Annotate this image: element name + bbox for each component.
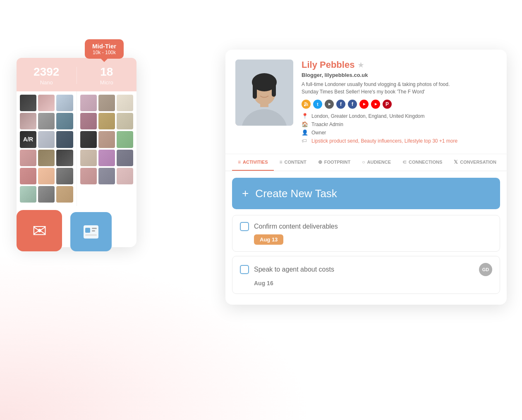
- grid-col-left: A/R: [17, 91, 77, 206]
- admin-row: 🏠 Traackr Admin: [302, 121, 497, 127]
- audience-tab-icon: ○: [362, 159, 365, 165]
- task-1-checkbox[interactable]: [240, 222, 249, 231]
- rss-social-icon[interactable]: [302, 100, 311, 109]
- photo-cell: [98, 113, 115, 129]
- photo-cell: [38, 131, 55, 148]
- photo-cell: [38, 95, 55, 111]
- admin-text: Traackr Admin: [311, 122, 343, 127]
- profile-card: Lily Pebbles ★ Blogger, lilypebbles.co.u…: [225, 50, 507, 305]
- photo-cell: [117, 150, 133, 166]
- photo-cell: [117, 168, 133, 184]
- svg-rect-3: [92, 230, 95, 231]
- profile-photo-svg: [235, 60, 293, 126]
- monogram: A/R: [23, 136, 33, 143]
- photo-grid-right: [80, 95, 134, 184]
- stats-row: 2392 Nano 18 Micro: [17, 58, 136, 91]
- task-1-title: Confirm content deliverables: [254, 223, 492, 230]
- photo-cell: [98, 150, 115, 166]
- create-task-plus-icon: +: [242, 187, 249, 200]
- task-2-date: Aug 16: [254, 279, 492, 287]
- connections-tab-icon: ⊂: [402, 159, 407, 165]
- task-2-avatar: GD: [479, 263, 492, 276]
- content-tab-icon: ≡: [280, 159, 283, 165]
- facebook2-social-icon[interactable]: f: [348, 100, 357, 109]
- photo-cell: [80, 131, 97, 148]
- location-row: 📍 London, Greater London, England, Unite…: [302, 113, 497, 119]
- influencer-grid-card: Mid-Tier 10k - 100k 2392 Nano 18 Micro: [17, 58, 136, 247]
- svg-rect-10: [253, 82, 257, 99]
- tab-connections[interactable]: ⊂ CONNECTIONS: [397, 154, 448, 171]
- photo-cell: [20, 150, 36, 166]
- micro-stat: 18 Micro: [77, 65, 137, 86]
- connections-tab-label: CONNECTIONS: [409, 160, 442, 165]
- mid-tier-label: Mid-Tier: [92, 43, 116, 50]
- social-icons-row: t f f: [302, 100, 497, 109]
- photo-grid-section: A/R: [17, 91, 136, 206]
- youtube-red2-social-icon[interactable]: [371, 100, 380, 109]
- create-task-button[interactable]: + Create New Task: [232, 178, 500, 209]
- content-tab-label: CONTENT: [285, 160, 306, 165]
- photo-cell: [20, 168, 36, 184]
- facebook-social-icon[interactable]: f: [336, 100, 345, 109]
- star-icon[interactable]: ★: [358, 61, 364, 69]
- micro-label: Micro: [77, 79, 137, 86]
- photo-cell: [38, 150, 55, 166]
- photo-cell: A/R: [20, 131, 36, 148]
- youtube-red-social-icon[interactable]: [359, 100, 369, 109]
- photo-cell: [80, 113, 97, 129]
- photo-cell: [80, 150, 97, 166]
- conversation-tab-icon: 𝕏: [454, 159, 458, 165]
- photo-cell: [20, 186, 36, 203]
- activities-tab-icon: ≡: [238, 159, 241, 165]
- task-1-date-badge: Aug 13: [254, 234, 283, 245]
- svg-point-12: [304, 105, 306, 106]
- scene: Mid-Tier 10k - 100k 2392 Nano 18 Micro: [0, 0, 522, 420]
- photo-cell: [56, 168, 73, 184]
- tab-activities[interactable]: ≡ ACTIVITIES: [232, 154, 274, 171]
- tags-text[interactable]: Lipstick product send, Beauty influencer…: [311, 138, 457, 144]
- photo-cell: [38, 113, 55, 129]
- task-1-header: Confirm content deliverables: [240, 222, 492, 231]
- photo-cell: [56, 131, 73, 148]
- twitter-social-icon[interactable]: t: [313, 100, 322, 109]
- task-2-checkbox[interactable]: [240, 265, 249, 274]
- tab-conversation[interactable]: 𝕏 CONVERSATION: [448, 154, 502, 171]
- conversation-tab-label: CONVERSATION: [460, 160, 496, 165]
- activities-tab-label: ACTIVITIES: [243, 160, 268, 165]
- svg-rect-1: [85, 228, 90, 233]
- task-card-1: Confirm content deliverables Aug 13: [232, 215, 500, 252]
- email-badge: ✉: [17, 210, 62, 251]
- profile-card-badge: [70, 212, 112, 251]
- mid-tier-badge: Mid-Tier 10k - 100k: [85, 39, 124, 59]
- profile-handle: Blogger, lilypebbles.co.uk: [302, 72, 497, 78]
- profile-bio: A full-time Londoner usually found vlogg…: [302, 81, 459, 95]
- svg-rect-4: [85, 234, 97, 236]
- profile-meta: 📍 London, Greater London, England, Unite…: [302, 113, 497, 144]
- tab-content[interactable]: ≡ CONTENT: [274, 154, 312, 171]
- profile-header: Lily Pebbles ★ Blogger, lilypebbles.co.u…: [225, 50, 507, 154]
- activities-content: + Create New Task Confirm content delive…: [225, 171, 507, 305]
- photo-cell: [98, 95, 115, 111]
- role-icon: 👤: [302, 129, 308, 136]
- photo-cell: [98, 131, 115, 148]
- nano-label: Nano: [17, 79, 77, 86]
- tab-footprint[interactable]: ⊕ FOOTPRINT: [312, 154, 357, 171]
- nano-stat: 2392 Nano: [17, 65, 77, 86]
- photo-cell: [117, 95, 133, 111]
- micro-count: 18: [77, 65, 137, 79]
- svg-marker-14: [363, 103, 366, 105]
- role-row: 👤 Owner: [302, 129, 497, 136]
- photo-cell: [117, 131, 133, 148]
- tab-audience[interactable]: ○ AUDIENCE: [356, 154, 397, 171]
- photo-cell: [98, 168, 115, 184]
- card-icon: [82, 223, 100, 241]
- profile-info: Lily Pebbles ★ Blogger, lilypebbles.co.u…: [302, 60, 497, 144]
- role-text: Owner: [311, 130, 326, 136]
- task-card-2: Speak to agent about costs GD Aug 16: [232, 256, 500, 294]
- task-2-title: Speak to agent about costs: [254, 266, 474, 273]
- photo-cell: [38, 186, 55, 203]
- youtube-dark-social-icon[interactable]: [325, 100, 334, 109]
- task-1-date: Aug 13: [254, 234, 492, 245]
- pinterest-social-icon[interactable]: P: [383, 100, 392, 109]
- photo-cell: [117, 113, 133, 129]
